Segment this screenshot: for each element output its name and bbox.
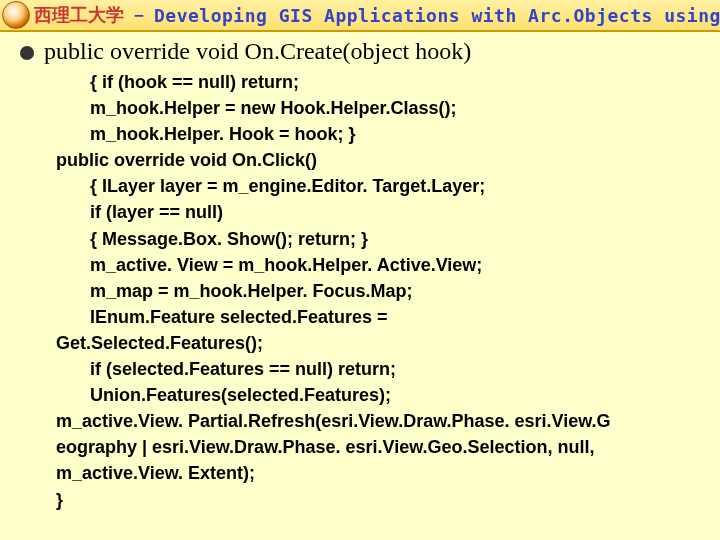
code-line: { ILayer layer = m_engine.Editor. Target…: [90, 173, 700, 199]
university-name: 西理工大学: [34, 3, 124, 27]
code-line: public override void On.Click(): [56, 147, 700, 173]
code-line: if (selected.Features == null) return;: [90, 356, 700, 382]
code-line: m_hook.Helper = new Hook.Helper.Class();: [90, 95, 700, 121]
code-line: IEnum.Feature selected.Features =: [90, 304, 700, 330]
code-line: }: [56, 487, 700, 513]
header-subtitle: Developing GIS Applications with Arc.Obj…: [154, 5, 720, 26]
code-line: m_map = m_hook.Helper. Focus.Map;: [90, 278, 700, 304]
slide: 西理工大学 － Developing GIS Applications with…: [0, 0, 720, 540]
code-line: Union.Features(selected.Features);: [90, 382, 700, 408]
code-line: m_hook.Helper. Hook = hook; }: [90, 121, 700, 147]
code-line: eography | esri.View.Draw.Phase. esri.Vi…: [56, 434, 700, 460]
code-line: { if (hook == null) return;: [90, 69, 700, 95]
code-line: m_active. View = m_hook.Helper. Active.V…: [90, 252, 700, 278]
bullet-icon: [20, 46, 34, 60]
university-logo-icon: [2, 1, 30, 29]
code-line: if (layer == null): [90, 199, 700, 225]
header-separator: －: [130, 3, 148, 27]
code-line: m_active.View. Partial.Refresh(esri.View…: [56, 408, 700, 434]
code-line: Get.Selected.Features();: [56, 330, 700, 356]
slide-header: 西理工大学 － Developing GIS Applications with…: [0, 0, 720, 32]
bullet-text: public override void On.Create(object ho…: [44, 38, 471, 65]
slide-body: public override void On.Create(object ho…: [0, 32, 720, 513]
code-line: m_active.View. Extent);: [56, 460, 700, 486]
code-line: { Message.Box. Show(); return; }: [90, 226, 700, 252]
bullet-item: public override void On.Create(object ho…: [14, 38, 706, 65]
code-block: { if (hook == null) return; m_hook.Helpe…: [90, 69, 700, 513]
